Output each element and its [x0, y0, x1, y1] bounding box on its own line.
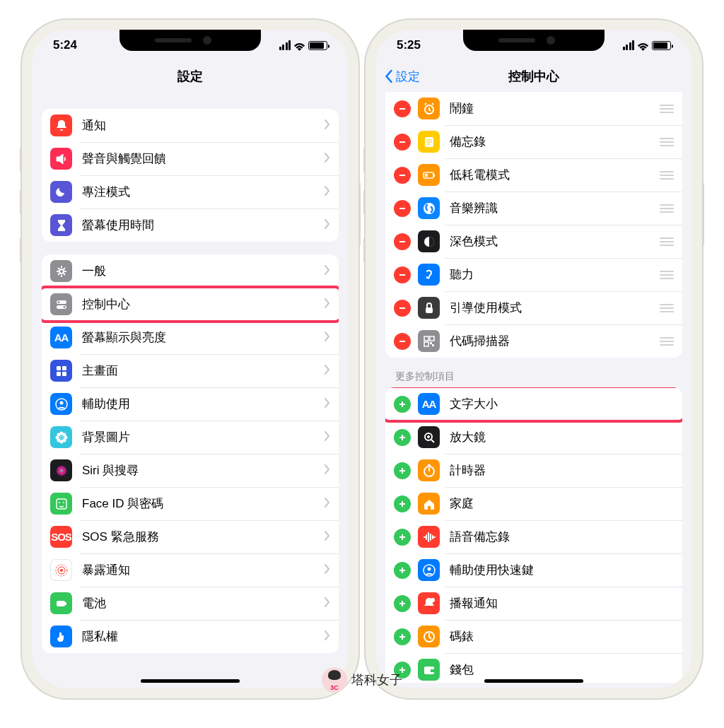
chevron-right-icon	[325, 464, 330, 477]
settings-row[interactable]: 螢幕使用時間	[42, 209, 339, 242]
home-indicator[interactable]	[484, 679, 583, 683]
row-label: 電池	[82, 595, 325, 611]
remove-button[interactable]	[394, 100, 411, 117]
remove-button[interactable]	[394, 200, 411, 217]
burst-icon	[50, 559, 72, 581]
note-icon	[418, 131, 440, 153]
add-button[interactable]	[394, 396, 411, 413]
control-row: 計時器	[385, 454, 682, 487]
row-label: SOS 緊急服務	[82, 529, 325, 545]
remove-button[interactable]	[394, 233, 411, 250]
settings-group-1: 通知聲音與觸覺回饋專注模式螢幕使用時間	[42, 109, 339, 242]
gear-icon	[50, 260, 72, 282]
add-button[interactable]	[394, 462, 411, 479]
control-row: 低耗電模式	[385, 158, 682, 192]
svg-rect-75	[431, 669, 434, 672]
settings-row[interactable]: 通知	[42, 109, 339, 142]
settings-row[interactable]: 專注模式	[42, 175, 339, 209]
svg-rect-53	[399, 437, 405, 438]
row-label: 放大鏡	[450, 429, 674, 445]
drag-handle-icon[interactable]	[660, 171, 674, 180]
chevron-right-icon	[325, 265, 330, 278]
back-button[interactable]: 設定	[384, 69, 420, 85]
settings-row[interactable]: 隱私權	[42, 620, 339, 653]
remove-button[interactable]	[394, 167, 411, 184]
content-right[interactable]: 鬧鐘備忘錄低耗電模式音樂辨識深色模式聽力引導使用模式代碼掃描器 更多控制項目 A…	[375, 92, 692, 683]
drag-handle-icon[interactable]	[660, 337, 674, 346]
remove-button[interactable]	[394, 300, 411, 317]
nav-header: 設定	[32, 61, 349, 92]
settings-row[interactable]: 背景圖片	[42, 421, 339, 454]
remove-button[interactable]	[394, 333, 411, 350]
row-label: 備忘錄	[450, 134, 654, 150]
svg-rect-35	[425, 174, 428, 177]
chevron-right-icon	[325, 186, 330, 199]
row-label: 專注模式	[82, 184, 325, 200]
AA-icon: AA	[50, 327, 72, 348]
watermark-text: 塔科女子	[351, 671, 402, 688]
settings-row[interactable]: SOSSOS 緊急服務	[42, 520, 339, 553]
settings-row[interactable]: Siri 與搜尋	[42, 454, 339, 487]
control-row: 輔助使用快速鍵	[385, 553, 682, 587]
hand-icon	[50, 626, 72, 647]
settings-group-2: 一般控制中心AA螢幕顯示與亮度主畫面輔助使用背景圖片Siri 與搜尋Face I…	[42, 254, 339, 653]
content-left[interactable]: 通知聲音與觸覺回饋專注模式螢幕使用時間 一般控制中心AA螢幕顯示與亮度主畫面輔助…	[32, 92, 349, 683]
svg-rect-31	[399, 141, 405, 143]
chevron-right-icon	[325, 564, 330, 577]
add-button[interactable]	[394, 529, 411, 546]
control-row: 聽力	[385, 258, 682, 291]
qr-icon	[418, 330, 440, 352]
drag-handle-icon[interactable]	[660, 105, 674, 113]
settings-row[interactable]: 輔助使用	[42, 387, 339, 421]
back-label: 設定	[396, 69, 420, 85]
svg-point-18	[57, 438, 60, 442]
batt-icon	[50, 592, 72, 614]
add-button[interactable]	[394, 562, 411, 579]
settings-row[interactable]: AA螢幕顯示與亮度	[42, 321, 339, 354]
svg-rect-27	[57, 601, 65, 606]
row-label: 輔助使用快速鍵	[450, 562, 674, 578]
battery-icon	[308, 41, 327, 50]
control-row: 備忘錄	[385, 125, 682, 158]
svg-rect-46	[430, 336, 434, 341]
svg-point-20	[57, 466, 66, 476]
chevron-right-icon	[325, 331, 330, 344]
status-indicators	[623, 40, 672, 50]
settings-row[interactable]: Face ID 與密碼	[42, 487, 339, 520]
row-label: 碼錶	[450, 628, 674, 645]
drag-handle-icon[interactable]	[660, 271, 674, 279]
settings-row[interactable]: 電池	[42, 587, 339, 620]
flower-icon	[50, 426, 72, 448]
control-row: 播報通知	[385, 587, 682, 620]
remove-button[interactable]	[394, 266, 411, 283]
add-button[interactable]	[394, 495, 411, 512]
settings-row[interactable]: 一般	[42, 254, 339, 288]
svg-point-4	[63, 306, 65, 308]
row-label: 家庭	[450, 495, 674, 512]
svg-point-24	[60, 569, 63, 572]
grid-icon	[50, 360, 72, 382]
row-label: 播報通知	[450, 595, 674, 611]
settings-row[interactable]: 暴露通知	[42, 553, 339, 587]
control-row: 代碼掃描器	[385, 324, 682, 358]
control-row: 引導使用模式	[385, 291, 682, 324]
drag-handle-icon[interactable]	[660, 138, 674, 146]
add-button[interactable]	[394, 429, 411, 446]
add-button[interactable]	[394, 628, 411, 645]
home-indicator[interactable]	[141, 679, 240, 683]
control-row: AA文字大小	[385, 387, 682, 421]
drag-handle-icon[interactable]	[660, 204, 674, 213]
drag-handle-icon[interactable]	[660, 237, 674, 246]
nav-header: 設定 控制中心	[375, 61, 692, 92]
settings-row[interactable]: 聲音與觸覺回饋	[42, 142, 339, 175]
add-button[interactable]	[394, 595, 411, 612]
ear-icon	[418, 264, 440, 286]
row-label: 低耗電模式	[450, 167, 654, 183]
toggles-icon	[50, 293, 72, 315]
remove-button[interactable]	[394, 134, 411, 151]
drag-handle-icon[interactable]	[660, 304, 674, 312]
settings-row[interactable]: 主畫面	[42, 354, 339, 387]
wifi-icon	[293, 41, 305, 49]
settings-row[interactable]: 控制中心	[42, 288, 339, 321]
chevron-right-icon	[325, 398, 330, 411]
